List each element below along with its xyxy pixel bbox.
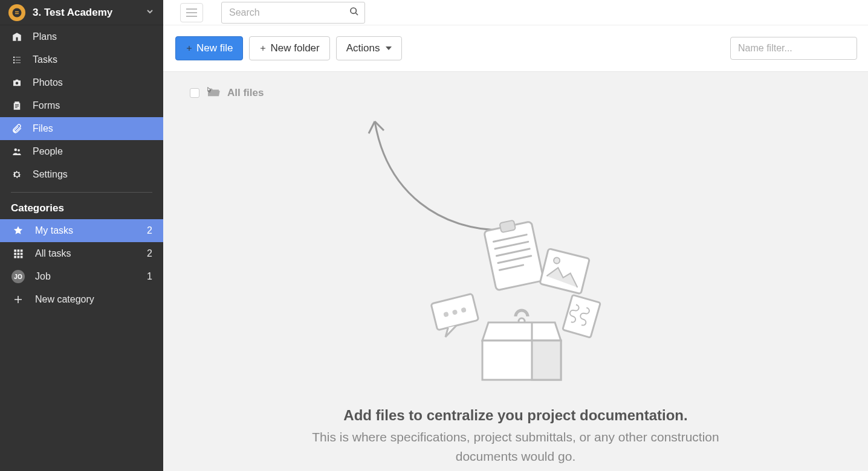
content: All files [163, 72, 868, 471]
plus-icon [259, 45, 267, 52]
search-input[interactable] [221, 2, 365, 24]
category-label: All tasks [35, 248, 71, 259]
gear-icon [11, 169, 23, 180]
svg-rect-9 [18, 253, 20, 255]
categories-header: Categories [0, 196, 163, 219]
new-folder-button[interactable]: New folder [249, 36, 329, 60]
divider [11, 192, 152, 193]
chevron-down-icon[interactable] [145, 7, 155, 19]
category-count: 2 [147, 248, 152, 259]
sidebar-item-label: Forms [33, 100, 60, 111]
svg-point-3 [15, 149, 18, 152]
sidebar-item-label: Plans [33, 31, 57, 42]
sidebar-item-label: People [33, 146, 63, 157]
hamburger-toggle[interactable] [180, 3, 203, 22]
caret-down-icon [386, 46, 392, 50]
svg-rect-6 [18, 249, 20, 252]
tasks-icon [11, 54, 23, 65]
sidebar-item-label: Photos [33, 77, 63, 88]
svg-rect-7 [21, 249, 23, 252]
cursor-icon [206, 85, 213, 97]
svg-point-4 [18, 149, 20, 152]
new-file-button[interactable]: New file [175, 36, 243, 60]
topbar [163, 0, 868, 25]
empty-subtitle: This is where specifications, project su… [304, 428, 727, 466]
plus-icon [11, 294, 25, 305]
sidebar-item-label: Tasks [33, 54, 57, 65]
svg-rect-15 [484, 222, 544, 290]
button-label: Actions [346, 42, 380, 54]
people-icon [11, 146, 23, 157]
sidebar-item-settings[interactable]: Settings [0, 163, 163, 186]
project-name: 3. Test Academy [33, 7, 138, 19]
svg-rect-1 [16, 37, 18, 41]
new-category-button[interactable]: New category [0, 288, 163, 311]
star-icon [11, 225, 25, 236]
svg-rect-13 [21, 256, 23, 258]
main: New file New folder Actions All files [163, 0, 868, 471]
svg-point-14 [351, 8, 356, 13]
svg-rect-23 [563, 295, 601, 338]
grid-icon [11, 248, 25, 259]
plus-icon [186, 45, 193, 52]
svg-rect-11 [14, 256, 16, 258]
category-label: My tasks [35, 225, 73, 236]
category-my-tasks[interactable]: My tasks 2 [0, 219, 163, 242]
sidebar-item-tasks[interactable]: Tasks [0, 48, 163, 71]
sidebar-item-forms[interactable]: Forms [0, 94, 163, 117]
svg-point-2 [16, 82, 19, 85]
category-label: Job [35, 271, 51, 282]
app-logo-icon [8, 4, 25, 21]
sidebar-item-label: Settings [33, 169, 68, 180]
paperclip-icon [11, 123, 23, 134]
sidebar-item-people[interactable]: People [0, 140, 163, 163]
avatar-initials: JO [11, 270, 25, 283]
sidebar-header[interactable]: 3. Test Academy [0, 0, 163, 25]
button-label: New folder [270, 42, 319, 54]
avatar-icon: JO [11, 270, 25, 283]
sidebar-item-label: Files [33, 123, 53, 134]
svg-rect-5 [14, 249, 16, 252]
category-count: 2 [147, 225, 152, 236]
search-icon[interactable] [349, 7, 359, 19]
plans-icon [11, 31, 23, 42]
sidebar-item-files[interactable]: Files [0, 117, 163, 140]
camera-icon [11, 77, 23, 88]
new-category-label: New category [35, 294, 94, 305]
empty-title: Add files to centralize you project docu… [304, 407, 727, 424]
search-wrap [221, 2, 365, 24]
breadcrumb-label[interactable]: All files [227, 87, 264, 99]
svg-rect-12 [18, 256, 20, 258]
sidebar-item-plans[interactable]: Plans [0, 25, 163, 48]
toolbar: New file New folder Actions [163, 25, 868, 72]
svg-rect-8 [14, 253, 16, 255]
name-filter-input[interactable] [730, 37, 857, 60]
breadcrumb-row: All files [163, 72, 868, 100]
category-all-tasks[interactable]: All tasks 2 [0, 242, 163, 265]
select-all-checkbox[interactable] [190, 88, 199, 98]
svg-point-0 [13, 8, 22, 17]
sidebar: 3. Test Academy Plans Tasks Photos Forms… [0, 0, 163, 471]
clipboard-icon [11, 100, 23, 111]
sidebar-item-photos[interactable]: Photos [0, 71, 163, 94]
button-label: New file [196, 42, 233, 54]
svg-rect-17 [540, 249, 589, 294]
hamburger-icon [186, 8, 197, 17]
empty-state-text: Add files to centralize you project docu… [304, 407, 727, 466]
svg-rect-10 [21, 253, 23, 255]
empty-illustration-icon [425, 220, 606, 385]
actions-dropdown[interactable]: Actions [336, 36, 403, 60]
category-job[interactable]: JO Job 1 [0, 265, 163, 288]
category-count: 1 [147, 271, 152, 282]
svg-rect-26 [532, 341, 561, 380]
